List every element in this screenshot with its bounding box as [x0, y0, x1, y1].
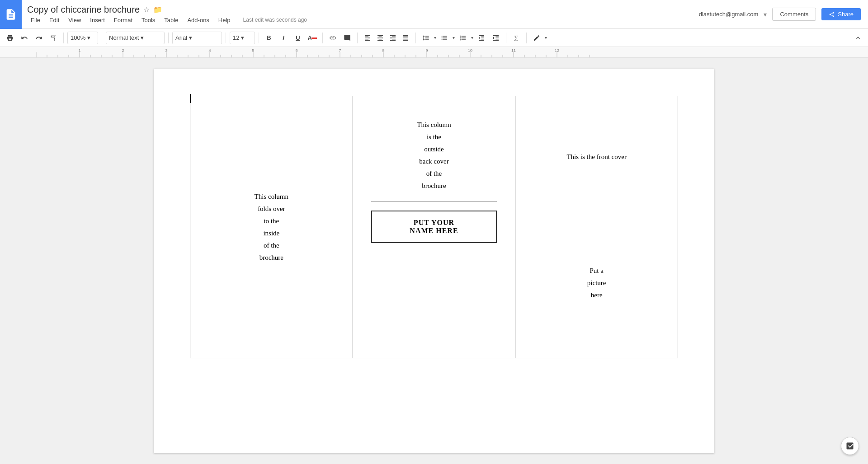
- share-label: Share: [838, 11, 854, 18]
- last-edit: Last edit was seconds ago: [243, 17, 307, 23]
- menu-format[interactable]: Format: [110, 16, 136, 24]
- star-icon[interactable]: ☆: [143, 5, 150, 14]
- align-left-button[interactable]: [361, 32, 374, 44]
- divider-8: [415, 33, 416, 43]
- comment-button[interactable]: [341, 32, 354, 44]
- font-arrow: ▾: [189, 34, 192, 41]
- menu-help[interactable]: Help: [215, 16, 234, 24]
- brochure-table: This column folds over to the inside of …: [190, 96, 678, 358]
- size-dropdown[interactable]: 12 ▾: [230, 32, 255, 44]
- print-button[interactable]: [4, 32, 16, 44]
- page: This column folds over to the inside of …: [154, 69, 714, 453]
- font-dropdown[interactable]: Arial ▾: [172, 32, 222, 44]
- fab-button[interactable]: [841, 437, 859, 455]
- zoom-dropdown[interactable]: 100% ▾: [67, 32, 98, 44]
- name-box[interactable]: PUT YOUR NAME HERE: [371, 211, 497, 243]
- folder-icon[interactable]: 📁: [153, 5, 162, 14]
- menu-bar: File Edit View Insert Format Tools Table…: [27, 16, 693, 24]
- col2-line3: outside: [424, 145, 443, 153]
- indent-decrease-button[interactable]: [475, 32, 488, 44]
- top-bar: Copy of chiccarine brochure ☆ 📁 File Edi…: [0, 0, 868, 29]
- col2-line4: back cover: [419, 158, 448, 165]
- col2-text: This column is the outside back cover of…: [371, 119, 497, 192]
- style-arrow: ▾: [141, 34, 144, 41]
- col2-line6: brochure: [422, 182, 446, 189]
- redo-button[interactable]: [33, 32, 45, 44]
- col1-line1: This column: [255, 193, 288, 200]
- align-group: [361, 32, 412, 44]
- document-area[interactable]: This column folds over to the inside of …: [0, 58, 868, 464]
- paint-format-button[interactable]: [47, 32, 60, 44]
- draw-button[interactable]: [530, 32, 543, 44]
- menu-tools[interactable]: Tools: [138, 16, 159, 24]
- col1-line4: inside: [263, 230, 279, 237]
- col1-line6: brochure: [259, 254, 283, 261]
- indent-increase-button[interactable]: [490, 32, 502, 44]
- col3-content: This is the front cover Put a picture he…: [524, 153, 669, 301]
- comments-button[interactable]: Comments: [772, 8, 816, 21]
- col1-line2: folds over: [258, 205, 285, 212]
- collapse-toolbar-button[interactable]: [852, 32, 864, 44]
- col2-line5: of the: [426, 170, 442, 177]
- style-dropdown[interactable]: Normal text ▾: [106, 32, 165, 44]
- cursor: [190, 94, 191, 103]
- size-value: 12: [233, 34, 239, 41]
- share-button[interactable]: Share: [821, 8, 861, 20]
- doc-title-row: Copy of chiccarine brochure ☆ 📁: [27, 5, 693, 15]
- menu-edit[interactable]: Edit: [46, 16, 63, 24]
- col2-inner: This column is the outside back cover of…: [362, 105, 506, 349]
- name-line1: PUT YOUR: [414, 219, 454, 226]
- menu-insert[interactable]: Insert: [86, 16, 108, 24]
- menu-addons[interactable]: Add-ons: [184, 16, 212, 24]
- menu-table[interactable]: Table: [160, 16, 182, 24]
- align-center-button[interactable]: [374, 32, 387, 44]
- name-line2: NAME HERE: [410, 227, 458, 234]
- brochure-col3[interactable]: This is the front cover Put a picture he…: [515, 96, 678, 358]
- col2-line2: is the: [427, 133, 441, 141]
- pen-arrow: ▾: [545, 35, 547, 40]
- app-icon: [0, 0, 22, 29]
- align-justify-button[interactable]: [399, 32, 412, 44]
- italic-button[interactable]: I: [277, 32, 290, 44]
- col1-line5: of the: [264, 242, 279, 249]
- divider-3: [168, 33, 169, 43]
- divider-7: [357, 33, 358, 43]
- col2-upper: This column is the outside back cover of…: [362, 105, 506, 201]
- underline-button[interactable]: U: [292, 32, 304, 44]
- divider-6: [322, 33, 323, 43]
- link-button[interactable]: [326, 32, 339, 44]
- size-arrow: ▾: [241, 34, 244, 41]
- divider-1: [63, 33, 64, 43]
- undo-button[interactable]: [18, 32, 31, 44]
- col3-picture-text: Put a picture here: [524, 251, 669, 301]
- divider-9: [506, 33, 506, 43]
- ruler-canvas: [0, 47, 868, 57]
- col2-lower: [362, 252, 506, 349]
- title-area: Copy of chiccarine brochure ☆ 📁 File Edi…: [22, 1, 699, 28]
- numbered-list-button[interactable]: [457, 32, 469, 44]
- align-right-button[interactable]: [387, 32, 399, 44]
- ruler: [0, 47, 868, 58]
- formula-button[interactable]: ∑: [510, 32, 523, 44]
- col3-pic-line3: here: [591, 291, 603, 299]
- zoom-arrow: ▾: [87, 34, 90, 41]
- menu-file[interactable]: File: [27, 16, 44, 24]
- name-box-text: PUT YOUR NAME HERE: [381, 219, 487, 235]
- line-spacing-button[interactable]: [420, 32, 432, 44]
- col1-line3: to the: [264, 217, 279, 225]
- user-email: dlastutech@gmail.com: [699, 11, 759, 18]
- brochure-col1[interactable]: This column folds over to the inside of …: [190, 96, 353, 358]
- col3-pic-line1: Put a: [590, 267, 603, 274]
- brochure-col2[interactable]: This column is the outside back cover of…: [353, 96, 515, 358]
- bold-button[interactable]: B: [263, 32, 275, 44]
- zoom-value: 100%: [71, 34, 85, 41]
- bullet-arrow: ▾: [453, 35, 455, 40]
- header-right: dlastutech@gmail.com ▾ Comments Share: [699, 8, 868, 21]
- dropdown-arrow-user[interactable]: ▾: [764, 11, 767, 18]
- text-color-button[interactable]: A: [306, 32, 319, 44]
- bullet-list-button[interactable]: [438, 32, 451, 44]
- doc-title[interactable]: Copy of chiccarine brochure: [27, 5, 140, 15]
- divider-5: [259, 33, 259, 43]
- numbered-arrow: ▾: [471, 35, 473, 40]
- menu-view[interactable]: View: [65, 16, 85, 24]
